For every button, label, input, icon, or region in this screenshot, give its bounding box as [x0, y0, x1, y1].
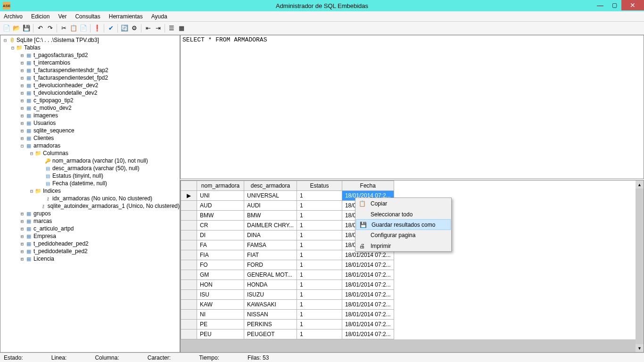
grid-icon[interactable]: ▦ [177, 24, 186, 33]
row-header[interactable] [181, 329, 197, 339]
cell[interactable]: 18/01/2014 07:2... [342, 270, 394, 280]
tree-index[interactable]: sqlite_autoindex_armadoras_1 (Unico, No … [0, 202, 180, 210]
row-header[interactable] [181, 211, 197, 221]
cell[interactable]: 1 [297, 211, 342, 221]
cell[interactable]: DINA [244, 230, 297, 240]
cell[interactable]: FO [197, 260, 244, 270]
cell[interactable]: FIA [197, 250, 244, 260]
cell[interactable]: HONDA [244, 280, 297, 290]
cell[interactable]: AUD [197, 201, 244, 211]
cell[interactable]: FAMSA [244, 240, 297, 250]
table-row[interactable]: PEPERKINS118/01/2014 07:2... [181, 320, 394, 329]
table-row[interactable]: ISUISUZU118/01/2014 07:2... [181, 290, 394, 300]
tree-column[interactable]: Fecha (datetime, null) [0, 180, 180, 187]
tree-table[interactable]: ⊞c_tipopago_tip2 [0, 97, 180, 104]
row-header[interactable] [181, 250, 197, 260]
open-icon[interactable]: 📂 [12, 24, 21, 33]
copy-icon[interactable]: 📋 [69, 24, 78, 33]
tree-table[interactable]: ⊞sqlite_sequence [0, 127, 180, 134]
ctx-seleccionar[interactable]: Seleccionar todo [355, 209, 451, 220]
row-header[interactable] [181, 280, 197, 290]
cell[interactable]: PEU [197, 329, 244, 339]
tree-column[interactable]: desc_armadora (varchar (50), null) [0, 165, 180, 172]
cell[interactable]: UNIVERSAL [244, 191, 297, 201]
minimize-button[interactable]: — [593, 0, 607, 10]
cell[interactable]: 1 [297, 230, 342, 240]
row-header[interactable] [181, 201, 197, 211]
cell[interactable]: FIAT [244, 250, 297, 260]
tree-armadoras[interactable]: ⊟armadoras [0, 142, 180, 149]
cell[interactable]: PERKINS [244, 320, 297, 329]
indent-right-icon[interactable]: ⇥ [153, 24, 163, 33]
cell[interactable]: KAW [197, 300, 244, 310]
save-icon[interactable]: 💾 [22, 24, 31, 33]
column-header[interactable]: Fecha [342, 181, 394, 191]
indent-left-icon[interactable]: ⇤ [143, 24, 153, 33]
tree-table[interactable]: ⊞t_pagosfacturas_fpd2 [0, 51, 180, 59]
cell[interactable]: HON [197, 280, 244, 290]
cell[interactable]: KAWASAKI [244, 300, 297, 310]
cell[interactable]: 1 [297, 290, 342, 300]
cell[interactable]: GM [197, 270, 244, 280]
cell[interactable]: 1 [297, 320, 342, 329]
new-icon[interactable]: 📄 [2, 24, 11, 33]
tree-table[interactable]: ⊞t_pedidoheader_ped2 [0, 240, 180, 247]
cell[interactable]: FA [197, 240, 244, 250]
row-header[interactable] [181, 290, 197, 300]
cell[interactable]: FORD [244, 260, 297, 270]
menu-ayuda[interactable]: Ayuda [151, 13, 167, 20]
tree-table[interactable]: ⊞Clientes [0, 134, 180, 142]
table-row[interactable]: KAWKAWASAKI118/01/2014 07:2... [181, 300, 394, 310]
cell[interactable]: 18/01/2014 07:2... [342, 320, 394, 329]
tree-column[interactable]: nom_armadora (varchar (10), not null) [0, 157, 180, 165]
row-header[interactable] [181, 320, 197, 329]
cell[interactable]: PEUGEOT [244, 329, 297, 339]
tree-table[interactable]: ⊞t_devolucionheader_dev2 [0, 82, 180, 89]
refresh-icon[interactable]: 🔄 [120, 24, 129, 33]
cell[interactable]: NISSAN [244, 310, 297, 320]
tree-panel[interactable]: ⊟SqLite [C:\ . . .\Sistema TPV.db3] ⊟Tab… [0, 35, 180, 353]
cell[interactable]: 18/01/2014 07:2... [342, 280, 394, 290]
cell[interactable]: 1 [297, 201, 342, 211]
scroll-down-icon[interactable]: ▼ [636, 344, 644, 352]
row-header[interactable] [181, 300, 197, 310]
cell[interactable]: UNI [197, 191, 244, 201]
grid-scrollbar[interactable]: ▲ ▼ [636, 181, 644, 352]
cell[interactable]: 18/01/2014 07:2... [342, 300, 394, 310]
menu-edicion[interactable]: Edicion [31, 13, 50, 20]
cell[interactable]: 1 [297, 191, 342, 201]
row-header-corner[interactable] [181, 181, 197, 191]
cut-icon[interactable]: ✂ [59, 24, 68, 33]
cell[interactable]: 1 [297, 260, 342, 270]
ctx-configurar[interactable]: Configurar pagina [355, 230, 451, 240]
table-row[interactable]: PEUPEUGEOT118/01/2014 07:2... [181, 329, 394, 339]
tree-columnas[interactable]: ⊟Columnas [0, 149, 180, 157]
row-header[interactable] [181, 270, 197, 280]
tree-table[interactable]: ⊞grupos [0, 210, 180, 217]
tree-table[interactable]: ⊞marcas [0, 217, 180, 225]
cell[interactable]: 18/01/2014 07:2... [342, 290, 394, 300]
tree-table[interactable]: ⊞imagenes [0, 112, 180, 119]
cell[interactable]: NI [197, 310, 244, 320]
check-icon[interactable]: ✔ [106, 24, 116, 33]
column-header[interactable]: Estatus [297, 181, 342, 191]
settings-icon[interactable]: ⚙ [130, 24, 139, 33]
cell[interactable]: BMW [244, 211, 297, 221]
cell[interactable]: BMW [197, 211, 244, 221]
cell[interactable]: 18/01/2014 07:2... [342, 260, 394, 270]
row-header[interactable] [181, 230, 197, 240]
tree-index[interactable]: idx_armadoras (No unico, No clustered) [0, 195, 180, 202]
tree-indices[interactable]: ⊟Indices [0, 187, 180, 195]
redo-icon[interactable]: ↷ [45, 24, 55, 33]
tree-table[interactable]: ⊞Usuarios [0, 119, 180, 127]
tree-column[interactable]: Estatus (tinyint, null) [0, 172, 180, 180]
table-row[interactable]: NINISSAN118/01/2014 07:2... [181, 310, 394, 320]
tree-table[interactable]: ⊞c_motivo_dev2 [0, 104, 180, 112]
tree-table[interactable]: ⊞c_articulo_artpd [0, 225, 180, 232]
scroll-up-icon[interactable]: ▲ [636, 181, 644, 189]
row-header[interactable] [181, 221, 197, 230]
cell[interactable]: DI [197, 230, 244, 240]
run-icon[interactable]: ❗ [92, 24, 102, 33]
cell[interactable]: 1 [297, 270, 342, 280]
cell[interactable]: 18/01/2014 07:2... [342, 310, 394, 320]
